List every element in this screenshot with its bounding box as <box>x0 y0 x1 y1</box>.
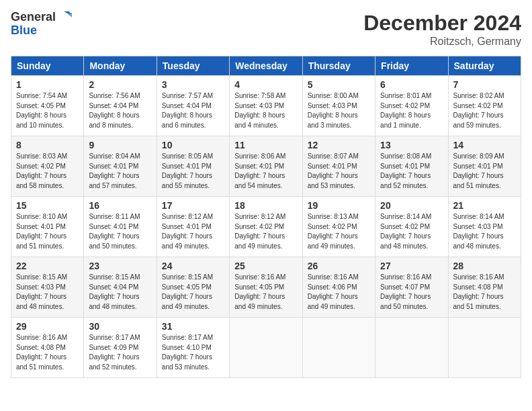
table-row: 18Sunrise: 8:12 AM Sunset: 4:02 PM Dayli… <box>230 197 302 257</box>
day-number: 2 <box>89 79 151 90</box>
day-number: 24 <box>162 261 224 271</box>
table-row: 27Sunrise: 8:16 AM Sunset: 4:07 PM Dayli… <box>375 257 448 318</box>
day-info: Sunrise: 7:57 AM Sunset: 4:04 PM Dayligh… <box>162 91 224 130</box>
day-number: 4 <box>234 79 297 90</box>
month-title: December 2024 <box>363 11 521 36</box>
day-number: 28 <box>453 261 516 271</box>
table-row: 7Sunrise: 8:02 AM Sunset: 4:02 PM Daylig… <box>448 76 521 136</box>
day-info: Sunrise: 8:00 AM Sunset: 4:03 PM Dayligh… <box>308 91 370 130</box>
header-thursday: Thursday <box>302 56 375 76</box>
day-number: 20 <box>380 200 443 211</box>
logo-chevron-icon <box>57 11 72 24</box>
day-info: Sunrise: 8:17 AM Sunset: 4:09 PM Dayligh… <box>89 333 151 372</box>
day-info: Sunrise: 8:16 AM Sunset: 4:05 PM Dayligh… <box>234 273 297 312</box>
day-number: 13 <box>380 140 443 150</box>
table-row: 26Sunrise: 8:16 AM Sunset: 4:06 PM Dayli… <box>302 257 375 318</box>
day-info: Sunrise: 8:14 AM Sunset: 4:02 PM Dayligh… <box>380 212 443 251</box>
table-row: 8Sunrise: 8:03 AM Sunset: 4:02 PM Daylig… <box>11 136 84 197</box>
day-info: Sunrise: 7:58 AM Sunset: 4:03 PM Dayligh… <box>234 91 297 130</box>
day-number: 30 <box>89 321 151 332</box>
day-number: 17 <box>162 200 224 211</box>
table-row: 4Sunrise: 7:58 AM Sunset: 4:03 PM Daylig… <box>230 76 302 136</box>
day-number: 10 <box>162 140 224 150</box>
day-info: Sunrise: 8:10 AM Sunset: 4:01 PM Dayligh… <box>16 212 79 251</box>
day-number: 22 <box>16 261 79 271</box>
calendar-week-row: 8Sunrise: 8:03 AM Sunset: 4:02 PM Daylig… <box>11 136 521 197</box>
table-row: 28Sunrise: 8:16 AM Sunset: 4:08 PM Dayli… <box>448 257 521 318</box>
day-info: Sunrise: 8:14 AM Sunset: 4:03 PM Dayligh… <box>453 212 516 251</box>
table-row: 13Sunrise: 8:08 AM Sunset: 4:01 PM Dayli… <box>375 136 448 197</box>
day-info: Sunrise: 8:02 AM Sunset: 4:02 PM Dayligh… <box>453 91 516 130</box>
header-friday: Friday <box>375 56 448 76</box>
header-tuesday: Tuesday <box>157 56 229 76</box>
day-info: Sunrise: 8:15 AM Sunset: 4:04 PM Dayligh… <box>89 273 151 312</box>
table-row: 30Sunrise: 8:17 AM Sunset: 4:09 PM Dayli… <box>84 318 157 378</box>
table-row: 9Sunrise: 8:04 AM Sunset: 4:01 PM Daylig… <box>84 136 157 197</box>
day-number: 3 <box>162 79 224 90</box>
day-info: Sunrise: 8:12 AM Sunset: 4:01 PM Dayligh… <box>162 212 224 251</box>
day-info: Sunrise: 8:15 AM Sunset: 4:05 PM Dayligh… <box>162 273 224 312</box>
day-info: Sunrise: 8:16 AM Sunset: 4:06 PM Dayligh… <box>308 273 370 312</box>
title-block: December 2024 Roitzsch, Germany <box>363 11 521 48</box>
day-number: 31 <box>162 321 224 332</box>
table-row: 22Sunrise: 8:15 AM Sunset: 4:03 PM Dayli… <box>11 257 84 318</box>
location: Roitzsch, Germany <box>363 36 521 48</box>
day-info: Sunrise: 8:16 AM Sunset: 4:08 PM Dayligh… <box>453 273 516 312</box>
day-info: Sunrise: 8:05 AM Sunset: 4:01 PM Dayligh… <box>162 152 224 191</box>
table-row: 11Sunrise: 8:06 AM Sunset: 4:01 PM Dayli… <box>230 136 302 197</box>
day-number: 6 <box>380 79 443 90</box>
day-number: 8 <box>16 140 79 150</box>
day-number: 27 <box>380 261 443 271</box>
day-info: Sunrise: 8:01 AM Sunset: 4:02 PM Dayligh… <box>380 91 443 130</box>
day-info: Sunrise: 8:13 AM Sunset: 4:02 PM Dayligh… <box>308 212 370 251</box>
header-saturday: Saturday <box>448 56 521 76</box>
table-row <box>375 318 448 378</box>
table-row: 15Sunrise: 8:10 AM Sunset: 4:01 PM Dayli… <box>11 197 84 257</box>
day-info: Sunrise: 8:12 AM Sunset: 4:02 PM Dayligh… <box>234 212 297 251</box>
day-number: 26 <box>308 261 370 271</box>
day-info: Sunrise: 8:08 AM Sunset: 4:01 PM Dayligh… <box>380 152 443 191</box>
day-number: 12 <box>308 140 370 150</box>
day-info: Sunrise: 8:03 AM Sunset: 4:02 PM Dayligh… <box>16 152 79 191</box>
header-monday: Monday <box>84 56 157 76</box>
day-number: 9 <box>89 140 151 150</box>
table-row: 6Sunrise: 8:01 AM Sunset: 4:02 PM Daylig… <box>375 76 448 136</box>
day-number: 23 <box>89 261 151 271</box>
table-row: 1Sunrise: 7:54 AM Sunset: 4:05 PM Daylig… <box>11 76 84 136</box>
table-row: 14Sunrise: 8:09 AM Sunset: 4:01 PM Dayli… <box>448 136 521 197</box>
day-number: 19 <box>308 200 370 211</box>
logo-general: General <box>11 11 56 24</box>
day-info: Sunrise: 8:04 AM Sunset: 4:01 PM Dayligh… <box>89 152 151 191</box>
calendar-table: Sunday Monday Tuesday Wednesday Thursday… <box>11 56 521 378</box>
table-row: 24Sunrise: 8:15 AM Sunset: 4:05 PM Dayli… <box>157 257 229 318</box>
table-row <box>448 318 521 378</box>
day-number: 1 <box>16 79 79 90</box>
calendar-week-row: 15Sunrise: 8:10 AM Sunset: 4:01 PM Dayli… <box>11 197 521 257</box>
table-row: 19Sunrise: 8:13 AM Sunset: 4:02 PM Dayli… <box>302 197 375 257</box>
table-row: 25Sunrise: 8:16 AM Sunset: 4:05 PM Dayli… <box>230 257 302 318</box>
table-row: 10Sunrise: 8:05 AM Sunset: 4:01 PM Dayli… <box>157 136 229 197</box>
day-number: 11 <box>234 140 297 150</box>
logo-blue: Blue <box>11 24 72 38</box>
table-row <box>230 318 302 378</box>
header-sunday: Sunday <box>11 56 84 76</box>
day-info: Sunrise: 8:15 AM Sunset: 4:03 PM Dayligh… <box>16 273 79 312</box>
day-number: 5 <box>308 79 370 90</box>
day-number: 29 <box>16 321 79 332</box>
table-row: 31Sunrise: 8:17 AM Sunset: 4:10 PM Dayli… <box>157 318 229 378</box>
day-number: 21 <box>453 200 516 211</box>
day-info: Sunrise: 7:56 AM Sunset: 4:04 PM Dayligh… <box>89 91 151 130</box>
day-info: Sunrise: 8:09 AM Sunset: 4:01 PM Dayligh… <box>453 152 516 191</box>
page-header: General Blue December 2024 Roitzsch, Ger… <box>11 11 521 48</box>
day-number: 18 <box>234 200 297 211</box>
logo: General Blue <box>11 11 72 38</box>
svg-marker-2 <box>66 13 72 17</box>
table-row: 29Sunrise: 8:16 AM Sunset: 4:08 PM Dayli… <box>11 318 84 378</box>
table-row: 12Sunrise: 8:07 AM Sunset: 4:01 PM Dayli… <box>302 136 375 197</box>
weekday-header-row: Sunday Monday Tuesday Wednesday Thursday… <box>11 56 521 76</box>
table-row: 20Sunrise: 8:14 AM Sunset: 4:02 PM Dayli… <box>375 197 448 257</box>
day-info: Sunrise: 8:17 AM Sunset: 4:10 PM Dayligh… <box>162 333 224 372</box>
table-row: 2Sunrise: 7:56 AM Sunset: 4:04 PM Daylig… <box>84 76 157 136</box>
day-number: 15 <box>16 200 79 211</box>
table-row: 17Sunrise: 8:12 AM Sunset: 4:01 PM Dayli… <box>157 197 229 257</box>
